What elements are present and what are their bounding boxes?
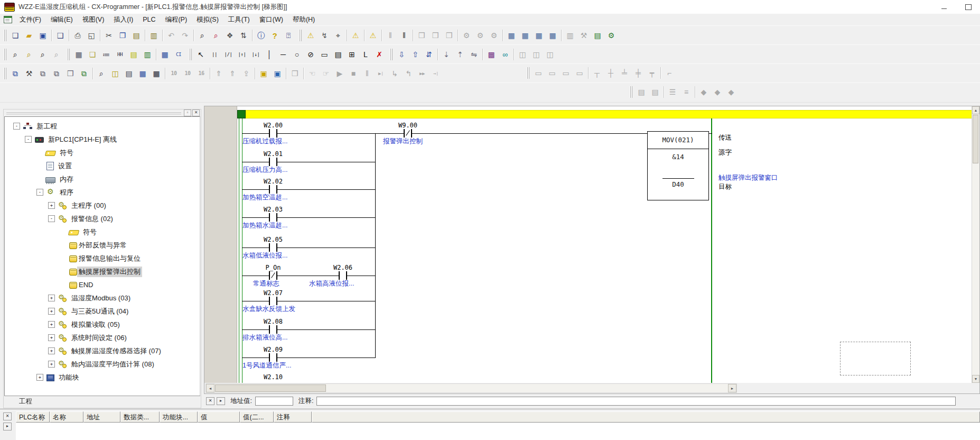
online-edit-check-button[interactable]: ⚠ [366, 29, 380, 42]
contact-W2.07[interactable] [269, 297, 277, 305]
replace-button[interactable]: ⌕ [209, 29, 223, 42]
watch-column-1[interactable]: PLC名称 [16, 411, 50, 423]
build-tool-button[interactable]: ⚒ [22, 67, 36, 80]
selected-rung-comment-bar[interactable] [246, 110, 972, 118]
context-help-button[interactable]: ⍰ [282, 29, 295, 42]
tree-expand-toggle[interactable]: - [48, 215, 55, 222]
menu-item-6[interactable]: 编程(P) [160, 14, 192, 26]
new-coil-button[interactable]: ○ [290, 48, 304, 61]
error-log-button[interactable]: ⚠ [304, 29, 318, 42]
show-cross-reference-button[interactable]: ⧉ [36, 67, 50, 80]
tree-item[interactable]: 符号 [5, 146, 200, 159]
transfer-check-button[interactable]: ⚠ [349, 29, 362, 42]
help-button[interactable]: ? [268, 29, 282, 42]
show-section-list-button[interactable]: ◫ [108, 67, 122, 80]
address-value-input[interactable] [255, 397, 293, 406]
tree-expand-toggle[interactable]: + [48, 334, 55, 341]
tree-item[interactable]: +主程序 (00) [5, 199, 200, 212]
memory-view-4-button[interactable]: ▦ [546, 29, 559, 42]
new-closed-instruction-button[interactable]: ▤ [331, 48, 345, 61]
watch-column-8[interactable]: 注释 [274, 411, 312, 423]
contact-W9.00[interactable] [404, 129, 412, 138]
menu-item-9[interactable]: 窗口(W) [255, 14, 288, 26]
bar-expand-icon[interactable]: ▸ [217, 397, 225, 405]
tree-expand-toggle[interactable]: + [48, 308, 55, 315]
tree-expand-toggle[interactable]: + [48, 321, 55, 328]
memory-view-1-button[interactable]: ▦ [505, 29, 518, 42]
paste-program-button[interactable]: ▥ [147, 29, 161, 42]
ladder-vertical-scrollbar[interactable]: ▲ ▼ [972, 106, 979, 383]
tree-expand-toggle[interactable]: - [36, 189, 43, 196]
contact-W2.08[interactable] [269, 325, 277, 334]
tree-item[interactable]: 报警信息输出与复位 [5, 252, 200, 265]
tree-item[interactable]: 符号 [5, 225, 200, 239]
tree-expand-toggle[interactable]: + [48, 202, 55, 209]
zoom-in-button[interactable]: ⌕ [8, 48, 22, 61]
watch-expand-icon[interactable]: ▸ [3, 423, 12, 430]
show-address-reference-button[interactable]: ⧉ [50, 67, 63, 80]
new-jump-button[interactable]: L [359, 48, 372, 61]
contact-W2.01[interactable] [269, 158, 277, 166]
menu-item-3[interactable]: 视图(V) [78, 14, 109, 26]
watch-column-4[interactable]: 数据类... [120, 411, 160, 423]
program-check-button[interactable]: ↯ [318, 29, 331, 42]
work-online-button[interactable]: ▣ [257, 67, 270, 80]
sort-button[interactable]: ⇅ [237, 29, 250, 42]
tree-expand-toggle[interactable]: + [48, 347, 55, 354]
tree-item[interactable]: +模拟量读取 (05) [5, 318, 200, 331]
watch-column-5[interactable]: 功能块... [160, 411, 198, 423]
tree-expand-toggle[interactable]: + [48, 295, 55, 301]
scroll-right-icon[interactable]: ► [728, 384, 736, 392]
print-preview-button[interactable]: ◱ [85, 29, 98, 42]
select-mode-button[interactable]: ↖ [194, 48, 208, 61]
new-or-closed-contact-button[interactable]: |↓| [249, 48, 263, 61]
instruction-block-mov[interactable]: MOV(021)&14D40 [647, 131, 709, 200]
memory-view-2-button[interactable]: ▦ [518, 29, 532, 42]
view-cross-reference-button[interactable]: CI [172, 48, 185, 61]
open-button[interactable]: ▰ [22, 29, 36, 42]
scroll-down-icon[interactable]: ▼ [972, 375, 979, 383]
menu-item-1[interactable]: 文件(F) [15, 14, 46, 26]
show-data-trace-button[interactable]: ▦ [150, 67, 163, 80]
menu-item-4[interactable]: 插入(I) [109, 14, 138, 26]
partial-transfer-3-button[interactable]: ⇋ [467, 48, 481, 61]
bar-close-icon[interactable]: ✕ [206, 397, 214, 405]
toggle-symbol-bar-button[interactable]: ▥ [141, 48, 154, 61]
transfer-from-plc-button[interactable]: ⇧ [408, 48, 422, 61]
tree-item[interactable]: -新工程 [5, 120, 200, 133]
print-button[interactable]: ⎙ [71, 29, 85, 42]
minimize-icon[interactable] [941, 4, 947, 10]
toggle-rung-wrap-button[interactable]: ▤ [127, 48, 141, 61]
contact-W2.05[interactable] [269, 243, 277, 252]
new-or-contact-button[interactable]: |↑| [235, 48, 249, 61]
watch-column-3[interactable]: 地址 [83, 411, 120, 423]
new-vertical-button[interactable]: │ [263, 48, 276, 61]
find-button[interactable]: ⌕ [195, 29, 209, 42]
monitor-mode-button[interactable]: ▣ [270, 67, 284, 80]
new-function-block-button[interactable]: ⊞ [345, 48, 359, 61]
show-memory-table-button[interactable]: ▦ [136, 67, 150, 80]
tree-item[interactable]: +舱内温湿度平均值计算 (08) [5, 358, 200, 371]
maximize-icon[interactable] [965, 4, 972, 10]
tree-item[interactable]: +功能块 [5, 371, 200, 384]
toggle-rung-comments-button[interactable]: ❏ [86, 48, 99, 61]
horizontal-scroll-thumb[interactable] [215, 384, 326, 392]
tree-expand-toggle[interactable]: + [36, 374, 43, 381]
tree-item[interactable]: -报警信息 (02) [5, 212, 200, 225]
paste-button[interactable]: ▤ [129, 29, 143, 42]
menu-item-7[interactable]: 模拟(S) [192, 14, 223, 26]
comment-input[interactable] [316, 397, 956, 406]
menu-item-5[interactable]: PLC [138, 14, 160, 25]
tab-project[interactable]: 工程 [10, 396, 42, 408]
partial-transfer-2-button[interactable]: ⇡ [453, 48, 467, 61]
watch-close-icon[interactable]: ✕ [3, 412, 12, 420]
view-block-program-button[interactable]: ▩ [484, 48, 498, 61]
options-gear-button[interactable]: ⚙ [604, 29, 618, 42]
tree-item[interactable]: +触摸屏温湿度传感器选择 (07) [5, 344, 200, 358]
delete-tool-button[interactable]: ✗ [372, 48, 386, 61]
watch-column-2[interactable]: 名称 [50, 411, 83, 423]
tree-expand-toggle[interactable]: - [13, 123, 20, 130]
workspace-dock-icon[interactable]: ▫ [184, 109, 191, 116]
show-rung-list-button[interactable]: ▤ [122, 67, 136, 80]
tree-item[interactable]: END [5, 278, 200, 291]
